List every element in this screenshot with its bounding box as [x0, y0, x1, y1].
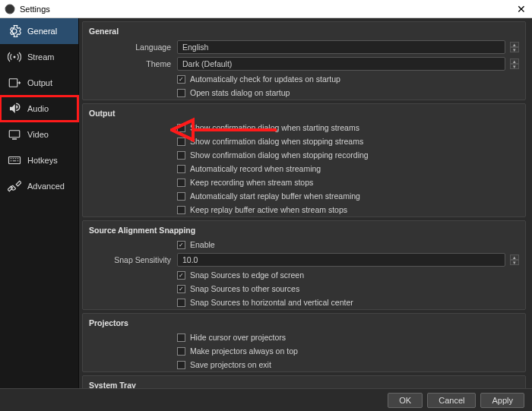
- checkbox-label: Snap Sources to horizontal and vertical …: [190, 298, 353, 307]
- sidebar-item-label: Video: [27, 130, 49, 139]
- checkbox-auto-record[interactable]: [177, 165, 185, 173]
- sidebar-item-label: General: [27, 27, 57, 36]
- sidebar-item-label: Stream: [27, 52, 54, 62]
- checkbox-label: Automatically record when streaming: [190, 164, 321, 173]
- checkbox-label: Show confirmation dialog when stopping r…: [190, 150, 369, 160]
- content-area: General Language English ▴▾ Theme Dark (…: [79, 18, 532, 388]
- checkbox-label: Show confirmation dialog when stopping s…: [190, 137, 363, 146]
- svg-point-1: [14, 56, 16, 58]
- checkbox-label: Automatically check for updates on start…: [190, 74, 340, 84]
- sidebar-item-label: Advanced: [27, 182, 65, 191]
- snap-sensitivity-label: Snap Sensitivity: [89, 255, 177, 264]
- checkbox-auto-update[interactable]: [177, 75, 185, 84]
- checkbox-keep-recording[interactable]: [177, 179, 185, 187]
- checkbox-label: Snap Sources to other sources: [190, 284, 299, 293]
- spinner-icon[interactable]: ▴▾: [510, 255, 519, 265]
- sidebar-item-label: Hotkeys: [27, 156, 58, 165]
- snap-sensitivity-input[interactable]: 10.0: [177, 253, 505, 267]
- language-label: Language: [89, 43, 177, 52]
- checkbox-hide-cursor[interactable]: [177, 334, 185, 342]
- group-general: General Language English ▴▾ Theme Dark (…: [82, 21, 526, 100]
- checkbox-label: Automatically start replay buffer when s…: [190, 191, 360, 201]
- spinner-icon[interactable]: ▴▾: [510, 58, 519, 69]
- tools-icon: [8, 179, 21, 193]
- checkbox-start-stream[interactable]: [177, 124, 185, 132]
- checkbox-snap-other[interactable]: [177, 285, 185, 293]
- sidebar: General Stream Output Audio Video Hotkey…: [0, 18, 79, 388]
- svg-rect-2: [9, 79, 17, 87]
- sidebar-item-label: Audio: [27, 104, 49, 113]
- theme-select[interactable]: Dark (Default): [177, 57, 505, 71]
- cancel-button[interactable]: Cancel: [427, 393, 476, 408]
- group-title: General: [83, 22, 525, 39]
- sidebar-item-hotkeys[interactable]: Hotkeys: [0, 147, 78, 173]
- window-title: Settings: [20, 5, 515, 14]
- audio-icon: [8, 102, 21, 115]
- sidebar-item-label: Output: [27, 78, 52, 87]
- spinner-icon[interactable]: ▴▾: [510, 42, 519, 52]
- checkbox-label: Make projectors always on top: [190, 346, 298, 356]
- sidebar-item-video[interactable]: Video: [0, 122, 78, 147]
- checkbox-label: Enable: [190, 240, 215, 249]
- group-projectors: Projectors Hide cursor over projectors M…: [82, 313, 526, 372]
- video-icon: [8, 128, 21, 141]
- language-select[interactable]: English: [177, 40, 505, 54]
- group-system-tray: System Tray Enable Minimize to system tr…: [82, 375, 526, 388]
- apply-button[interactable]: Apply: [480, 393, 524, 408]
- group-title: Source Alignment Snapping: [83, 221, 525, 238]
- ok-button[interactable]: OK: [388, 393, 423, 408]
- checkbox-open-stats[interactable]: [177, 89, 185, 97]
- gear-icon: [8, 24, 21, 38]
- svg-rect-3: [9, 131, 20, 138]
- sidebar-item-general[interactable]: General: [0, 18, 78, 44]
- checkbox-label: Snap Sources to edge of screen: [190, 270, 304, 280]
- checkbox-label: Hide cursor over projectors: [190, 333, 286, 342]
- broadcast-icon: [8, 50, 21, 64]
- checkbox-auto-replay[interactable]: [177, 192, 185, 201]
- checkbox-keep-replay[interactable]: [177, 206, 185, 214]
- keyboard-icon: [8, 153, 21, 167]
- group-snapping: Source Alignment Snapping Enable Snap Se…: [82, 220, 526, 310]
- checkbox-always-top[interactable]: [177, 347, 185, 356]
- checkbox-label: Open stats dialog on startup: [190, 88, 290, 97]
- footer: OK Cancel Apply: [0, 388, 532, 411]
- svg-point-0: [5, 5, 14, 14]
- checkbox-snap-edge[interactable]: [177, 271, 185, 280]
- sidebar-item-output[interactable]: Output: [0, 70, 78, 96]
- checkbox-label: Keep replay buffer active when stream st…: [190, 205, 347, 214]
- group-title: Projectors: [83, 314, 525, 330]
- svg-rect-5: [9, 157, 21, 164]
- theme-label: Theme: [89, 59, 177, 68]
- checkbox-label: Keep recording when stream stops: [190, 178, 313, 187]
- checkbox-stop-record[interactable]: [177, 151, 185, 160]
- checkbox-save-exit[interactable]: [177, 361, 185, 369]
- checkbox-snap-enable[interactable]: [177, 241, 185, 249]
- close-icon[interactable]: ✕: [515, 3, 527, 15]
- titlebar: Settings ✕: [0, 0, 532, 18]
- svg-rect-4: [12, 138, 17, 140]
- checkbox-label: Save projectors on exit: [190, 360, 271, 369]
- group-title: Output: [83, 104, 525, 121]
- checkbox-snap-center[interactable]: [177, 299, 185, 307]
- app-icon: [5, 4, 15, 14]
- sidebar-item-advanced[interactable]: Advanced: [0, 173, 78, 199]
- sidebar-item-audio[interactable]: Audio: [0, 96, 78, 122]
- group-title: System Tray: [83, 376, 525, 388]
- sidebar-item-stream[interactable]: Stream: [0, 44, 78, 70]
- checkbox-label: Show confirmation dialog when starting s…: [190, 123, 359, 132]
- checkbox-stop-stream[interactable]: [177, 138, 185, 146]
- group-output: Output Show confirmation dialog when sta…: [82, 103, 526, 217]
- output-icon: [8, 76, 21, 90]
